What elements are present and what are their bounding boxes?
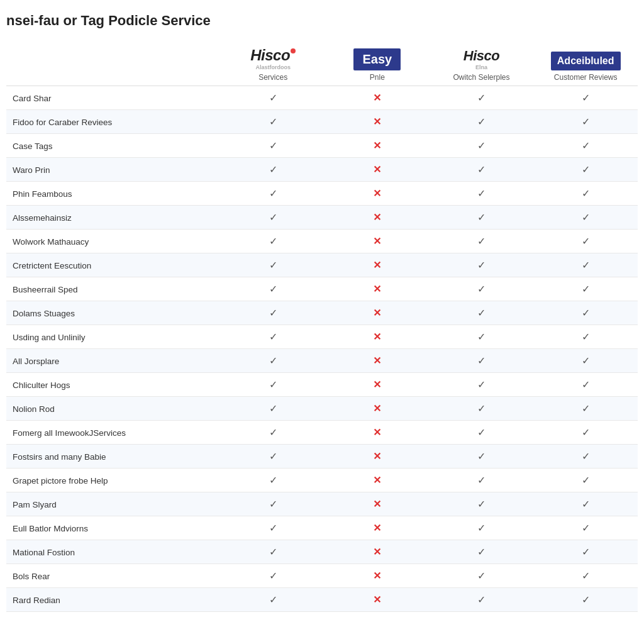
check-cell: ✓	[221, 349, 325, 373]
cross-icon: ✕	[373, 547, 381, 557]
check-cell: ✓	[533, 86, 638, 110]
cross-icon: ✕	[373, 188, 381, 199]
feature-name-cell: Nolion Rod	[6, 397, 221, 421]
check-icon: ✓	[582, 331, 590, 342]
check-icon: ✓	[269, 523, 277, 533]
table-row: Nolion Rod✓✕✓✓	[6, 397, 638, 421]
brand-logo-easy: Easy	[329, 48, 426, 70]
check-cell: ✓	[430, 134, 534, 158]
cross-cell: ✕	[325, 516, 430, 540]
feature-name-cell: All Jorsplare	[6, 349, 221, 373]
check-icon: ✓	[269, 355, 277, 366]
check-cell: ✓	[533, 564, 638, 588]
check-cell: ✓	[430, 158, 534, 182]
cross-icon: ✕	[373, 570, 381, 581]
cross-icon: ✕	[373, 331, 381, 342]
col-adceibluled-subtitle: Customer Reviews	[537, 73, 634, 82]
check-icon: ✓	[477, 379, 486, 390]
check-cell: ✓	[430, 182, 534, 206]
check-icon: ✓	[269, 92, 277, 103]
feature-name-cell: Alssemehainsiz	[6, 206, 221, 230]
cross-icon: ✕	[373, 355, 381, 366]
feature-name-cell: Dolams Stuages	[6, 301, 221, 325]
check-cell: ✓	[430, 253, 534, 277]
feature-label: Grapet pictore frobe Help	[13, 476, 108, 486]
check-icon: ✓	[477, 475, 486, 486]
cross-cell: ✕	[325, 277, 430, 301]
check-icon: ✓	[477, 594, 486, 605]
check-icon: ✓	[477, 499, 486, 509]
check-cell: ✓	[533, 397, 638, 421]
check-cell: ✓	[221, 492, 325, 516]
cross-icon: ✕	[373, 499, 381, 509]
col-hisco2-subtitle: Owitch Selerples	[433, 73, 530, 82]
feature-label: Nolion Rod	[13, 404, 55, 414]
cross-cell: ✕	[325, 397, 430, 421]
feature-name-cell: Wolwork Mathauacy	[6, 230, 221, 253]
check-cell: ✓	[533, 492, 638, 516]
check-icon: ✓	[582, 427, 590, 438]
table-row: Busheerrail Sped✓✕✓✓	[6, 277, 638, 301]
check-icon: ✓	[477, 523, 486, 533]
check-icon: ✓	[269, 236, 277, 247]
check-icon: ✓	[582, 547, 590, 557]
table-row: Dolams Stuages✓✕✓✓	[6, 301, 638, 325]
check-cell: ✓	[221, 421, 325, 445]
cross-icon: ✕	[373, 308, 381, 318]
check-cell: ✓	[430, 445, 534, 469]
check-cell: ✓	[533, 349, 638, 373]
col-header-feature	[6, 42, 221, 86]
check-icon: ✓	[269, 260, 277, 270]
check-icon: ✓	[477, 164, 486, 175]
brand-logo-hisco1: Hisco Alastfordoos	[225, 47, 321, 70]
check-icon: ✓	[477, 236, 486, 247]
check-icon: ✓	[477, 403, 486, 414]
cross-icon: ✕	[373, 236, 381, 247]
brand-logo-hisco2: Hisco Elna	[433, 48, 530, 70]
cross-cell: ✕	[325, 469, 430, 492]
brand-logo-adceibluled: Adceibluled	[537, 52, 634, 70]
cross-icon: ✕	[373, 116, 381, 127]
check-icon: ✓	[582, 308, 590, 318]
check-cell: ✓	[430, 588, 534, 612]
check-icon: ✓	[582, 523, 590, 533]
cross-cell: ✕	[325, 373, 430, 397]
check-icon: ✓	[269, 116, 277, 127]
cross-icon: ✕	[373, 140, 381, 151]
page-wrapper: nsei-fau or Tag Podicle Service Hisco Al…	[0, 0, 644, 625]
cross-cell: ✕	[325, 349, 430, 373]
feature-label: Case Tags	[13, 142, 53, 151]
cross-cell: ✕	[325, 492, 430, 516]
check-cell: ✓	[533, 421, 638, 445]
feature-label: Card Shar	[13, 94, 52, 103]
check-icon: ✓	[269, 594, 277, 605]
check-cell: ✓	[430, 540, 534, 564]
table-row: Mational Fostion✓✕✓✓	[6, 540, 638, 564]
check-cell: ✓	[221, 134, 325, 158]
check-cell: ✓	[221, 110, 325, 134]
check-icon: ✓	[582, 164, 590, 175]
check-icon: ✓	[269, 547, 277, 557]
check-cell: ✓	[221, 86, 325, 110]
check-icon: ✓	[477, 451, 486, 462]
check-cell: ✓	[430, 373, 534, 397]
check-cell: ✓	[221, 469, 325, 492]
feature-label: Busheerrail Sped	[13, 285, 78, 294]
comparison-table: Hisco Alastfordoos Services Easy Pnle	[6, 42, 638, 612]
check-cell: ✓	[533, 230, 638, 253]
feature-name-cell: Fidoo for Caraber Reviees	[6, 110, 221, 134]
table-row: Card Shar✓✕✓✓	[6, 86, 638, 110]
table-row: Waro Prin✓✕✓✓	[6, 158, 638, 182]
feature-name-cell: Chliculter Hogs	[6, 373, 221, 397]
cross-icon: ✕	[373, 212, 381, 223]
check-icon: ✓	[477, 570, 486, 581]
feature-name-cell: Case Tags	[6, 134, 221, 158]
check-icon: ✓	[477, 140, 486, 151]
feature-label: Usding and Unlinily	[13, 333, 86, 342]
check-cell: ✓	[533, 469, 638, 492]
table-row: Usding and Unlinily✓✕✓✓	[6, 325, 638, 349]
table-row: Rard Redian✓✕✓✓	[6, 588, 638, 612]
check-cell: ✓	[533, 516, 638, 540]
check-cell: ✓	[430, 325, 534, 349]
check-cell: ✓	[533, 373, 638, 397]
